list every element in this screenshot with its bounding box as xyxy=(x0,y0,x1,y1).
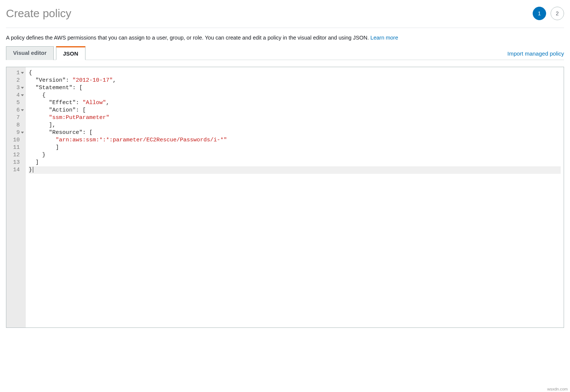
gutter-line: 5 xyxy=(9,99,24,107)
code-line[interactable]: ] xyxy=(29,144,561,151)
gutter-line: 3 xyxy=(9,84,24,92)
page-title: Create policy xyxy=(6,7,71,20)
code-line[interactable]: ] xyxy=(29,159,561,166)
import-managed-policy-link[interactable]: Import managed policy xyxy=(507,50,564,60)
step-indicator: 1 2 xyxy=(533,7,564,20)
editor-code-area[interactable]: { "Version": "2012-10-17", "Statement": … xyxy=(26,67,564,327)
step-1[interactable]: 1 xyxy=(533,7,546,20)
description-text: A policy defines the AWS permissions tha… xyxy=(6,35,370,41)
code-line[interactable]: "Action": [ xyxy=(29,107,561,114)
code-line[interactable]: "Effect": "Allow", xyxy=(29,99,561,107)
json-editor[interactable]: 1234567891011121314 { "Version": "2012-1… xyxy=(6,67,564,328)
code-line[interactable]: "Statement": [ xyxy=(29,84,561,92)
gutter-line: 7 xyxy=(9,114,24,122)
gutter-line: 1 xyxy=(9,69,24,77)
tab-visual-editor[interactable]: Visual editor xyxy=(6,46,54,60)
gutter-line: 12 xyxy=(9,151,24,159)
policy-description: A policy defines the AWS permissions tha… xyxy=(6,35,564,41)
gutter-line: 11 xyxy=(9,144,24,151)
code-line[interactable]: "Version": "2012-10-17", xyxy=(29,77,561,84)
gutter-line: 14 xyxy=(9,166,24,174)
code-line[interactable]: { xyxy=(29,92,561,99)
code-line[interactable]: ], xyxy=(29,122,561,129)
gutter-line: 6 xyxy=(9,107,24,114)
code-line[interactable]: { xyxy=(29,69,561,77)
step-2[interactable]: 2 xyxy=(551,7,564,20)
gutter-line: 9 xyxy=(9,129,24,137)
learn-more-link[interactable]: Learn more xyxy=(370,35,398,41)
code-line[interactable]: } xyxy=(29,166,561,174)
gutter-line: 8 xyxy=(9,122,24,129)
editor-gutter: 1234567891011121314 xyxy=(6,67,26,327)
editor-tabs: Visual editor JSON xyxy=(6,46,85,60)
code-line[interactable]: "arn:aws:ssm:*:*:parameter/EC2Rescue/Pas… xyxy=(29,137,561,144)
tab-json[interactable]: JSON xyxy=(56,46,85,60)
gutter-line: 2 xyxy=(9,77,24,84)
code-line[interactable]: "ssm:PutParameter" xyxy=(29,114,561,122)
gutter-line: 4 xyxy=(9,92,24,99)
gutter-line: 10 xyxy=(9,137,24,144)
code-line[interactable]: "Resource": [ xyxy=(29,129,561,137)
editor-cursor xyxy=(33,167,33,173)
code-line[interactable]: } xyxy=(29,151,561,159)
gutter-line: 13 xyxy=(9,159,24,166)
